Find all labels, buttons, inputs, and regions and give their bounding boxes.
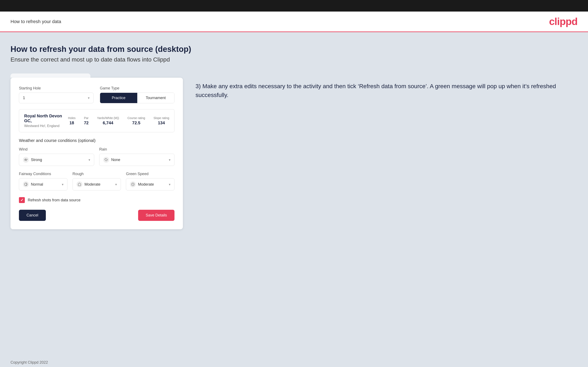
rain-value: None (111, 158, 120, 162)
green-speed-icon (130, 181, 136, 187)
rough-label: Rough (72, 172, 121, 176)
page-subheading: Ensure the correct and most up to date d… (10, 56, 578, 63)
fairway-select[interactable]: Normal ▾ (19, 178, 68, 191)
rain-label: Rain (99, 147, 174, 152)
rough-chevron-icon: ▾ (115, 183, 117, 186)
yards-value: 6,744 (103, 121, 113, 125)
wind-chevron-icon: ▾ (88, 158, 90, 162)
instruction-panel: 3) Make any extra edits necessary to the… (196, 74, 578, 100)
wind-value: Strong (31, 158, 42, 162)
starting-hole-select[interactable]: 1 ▾ (19, 92, 94, 103)
yards-stat: Yards/White (M)) 6,744 (97, 116, 119, 125)
course-rating-stat: Course rating 72.5 (127, 116, 145, 125)
fairway-chevron-icon: ▾ (62, 183, 63, 186)
main-content: How to refresh your data from source (de… (0, 32, 588, 356)
svg-point-0 (24, 183, 27, 186)
green-speed-select[interactable]: Moderate ▾ (126, 178, 174, 191)
instruction-text: 3) Make any extra edits necessary to the… (196, 82, 578, 100)
rain-icon (103, 157, 109, 163)
form-panel: Starting Hole 1 ▾ Game Type Practice Tou… (10, 74, 183, 229)
starting-hole-value: 1 (23, 96, 25, 100)
conditions-grid-bottom: Fairway Conditions Normal ▾ (19, 172, 174, 191)
course-info: Royal North Devon GC, Westward Ho!, Engl… (24, 114, 68, 128)
fairway-group: Fairway Conditions Normal ▾ (19, 172, 68, 191)
wind-icon (23, 157, 29, 163)
wind-group: Wind Strong ▾ (19, 147, 94, 166)
par-stat: Par 72 (84, 116, 88, 125)
course-rating-label: Course rating (127, 116, 145, 120)
course-name: Royal North Devon GC, (24, 114, 68, 123)
header-title: How to refresh your data (10, 19, 61, 24)
refresh-label: Refresh shots from data source (28, 198, 80, 202)
course-card: Royal North Devon GC, Westward Ho!, Engl… (19, 109, 174, 132)
logo: clippd (549, 16, 578, 27)
wind-select-left: Strong (23, 157, 42, 163)
fairway-icon (23, 181, 29, 187)
fairway-select-left: Normal (23, 181, 43, 187)
button-row: Cancel Save Details (19, 210, 174, 221)
header: How to refresh your data clippd (0, 12, 588, 32)
game-type-toggle: Practice Tournament (100, 92, 174, 103)
holes-label: Holes (68, 116, 76, 120)
partial-card-top (10, 74, 90, 78)
game-type-group: Game Type Practice Tournament (100, 86, 174, 103)
rough-value: Moderate (85, 182, 101, 187)
green-speed-chevron-icon: ▾ (169, 183, 171, 186)
rough-select[interactable]: Moderate ▾ (72, 178, 121, 191)
rain-select-left: None (103, 157, 120, 163)
refresh-checkbox[interactable] (19, 197, 25, 203)
wind-select[interactable]: Strong ▾ (19, 154, 94, 166)
holes-value: 18 (69, 121, 74, 125)
tournament-button[interactable]: Tournament (137, 93, 174, 103)
cancel-button[interactable]: Cancel (19, 210, 46, 221)
top-bar (0, 0, 588, 12)
game-type-label: Game Type (100, 86, 174, 91)
course-rating-value: 72.5 (132, 121, 140, 125)
rain-chevron-icon: ▾ (169, 158, 171, 162)
holes-stat: Holes 18 (68, 116, 76, 125)
wind-label: Wind (19, 147, 94, 152)
green-speed-value: Moderate (138, 182, 154, 187)
save-button[interactable]: Save Details (138, 210, 174, 221)
weather-section-label: Weather and course conditions (optional) (19, 138, 174, 143)
page-heading: How to refresh your data from source (de… (10, 45, 578, 54)
rough-group: Rough Moderate ▾ (72, 172, 121, 191)
rain-select[interactable]: None ▾ (99, 154, 174, 166)
footer: Copyright Clippd 2022 (0, 356, 588, 367)
starting-hole-game-type-row: Starting Hole 1 ▾ Game Type Practice Tou… (19, 86, 174, 103)
fairway-value: Normal (31, 182, 43, 187)
conditions-grid-top: Wind Strong ▾ Rain (19, 147, 174, 166)
par-label: Par (84, 116, 88, 120)
green-speed-label: Green Speed (126, 172, 174, 176)
course-location: Westward Ho!, England (24, 124, 68, 128)
slope-rating-value: 134 (158, 121, 165, 125)
rough-icon (77, 181, 82, 187)
slope-rating-label: Slope rating (154, 116, 169, 120)
green-speed-select-left: Moderate (130, 181, 154, 187)
copyright: Copyright Clippd 2022 (10, 360, 48, 365)
course-stats: Holes 18 Par 72 Yards/White (M)) 6,744 (68, 116, 169, 125)
starting-hole-group: Starting Hole 1 ▾ (19, 86, 94, 103)
refresh-checkbox-row: Refresh shots from data source (19, 197, 174, 203)
practice-button[interactable]: Practice (100, 93, 137, 103)
content-area: Starting Hole 1 ▾ Game Type Practice Tou… (10, 74, 578, 229)
main-form-card: Starting Hole 1 ▾ Game Type Practice Tou… (10, 78, 183, 229)
fairway-label: Fairway Conditions (19, 172, 68, 176)
starting-hole-chevron-icon: ▾ (88, 96, 90, 100)
rough-select-left: Moderate (77, 181, 101, 187)
green-speed-group: Green Speed Moderate ▾ (126, 172, 174, 191)
par-value: 72 (84, 121, 88, 125)
rain-group: Rain None ▾ (99, 147, 174, 166)
slope-rating-stat: Slope rating 134 (154, 116, 169, 125)
yards-label: Yards/White (M)) (97, 116, 119, 120)
starting-hole-label: Starting Hole (19, 86, 94, 91)
